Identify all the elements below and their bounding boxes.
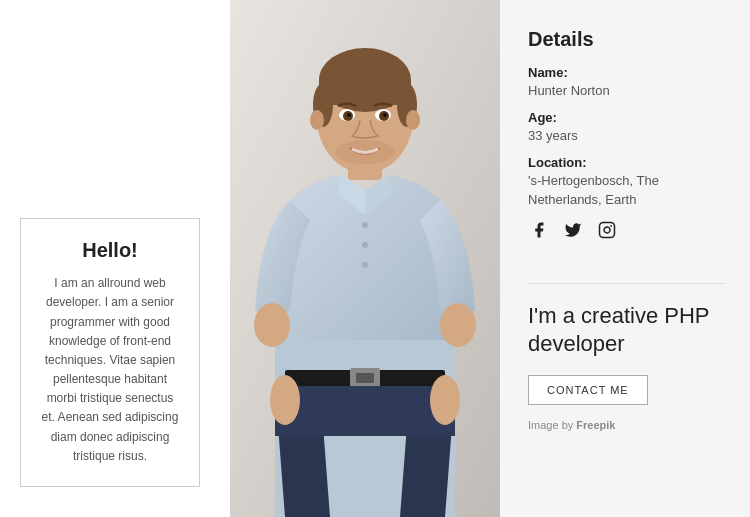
section-divider [528, 283, 725, 284]
svg-point-8 [310, 110, 324, 130]
svg-point-18 [362, 222, 368, 228]
right-panel: Details Name: Hunter Norton Age: 33 year… [500, 0, 750, 517]
svg-rect-24 [275, 386, 455, 436]
person-photo [230, 0, 500, 517]
instagram-icon[interactable] [596, 219, 618, 241]
page-layout: Hello! I am an allround web developer. I… [0, 0, 750, 517]
svg-point-28 [430, 375, 460, 425]
svg-point-16 [335, 140, 395, 164]
tagline: I'm a creative PHP developer [528, 302, 725, 359]
facebook-icon[interactable] [528, 219, 550, 241]
svg-point-20 [362, 262, 368, 268]
social-icons-group [528, 219, 725, 241]
location-label: Location: [528, 155, 725, 170]
age-label: Age: [528, 110, 725, 125]
svg-point-9 [406, 110, 420, 130]
svg-rect-29 [600, 222, 615, 237]
details-section: Details Name: Hunter Norton Age: 33 year… [528, 28, 725, 263]
svg-point-14 [347, 113, 351, 117]
details-title: Details [528, 28, 725, 51]
name-value: Hunter Norton [528, 82, 725, 100]
hello-title: Hello! [39, 239, 181, 262]
svg-point-15 [383, 113, 387, 117]
svg-point-26 [270, 375, 300, 425]
freepik-link[interactable]: Freepik [576, 419, 615, 431]
svg-point-25 [254, 303, 290, 347]
svg-rect-23 [356, 373, 374, 383]
left-panel: Hello! I am an allround web developer. I… [0, 0, 230, 517]
svg-point-19 [362, 242, 368, 248]
svg-point-27 [440, 303, 476, 347]
contact-button[interactable]: CONTACT ME [528, 375, 648, 405]
twitter-icon[interactable] [562, 219, 584, 241]
hello-box: Hello! I am an allround web developer. I… [20, 218, 200, 487]
freepik-credit: Image by Freepik [528, 419, 725, 431]
photo-panel [230, 0, 500, 517]
freepik-text-prefix: Image by [528, 419, 576, 431]
age-value: 33 years [528, 127, 725, 145]
hello-text: I am an allround web developer. I am a s… [39, 274, 181, 466]
name-label: Name: [528, 65, 725, 80]
location-value: 's-Hertogenbosch, The Netherlands, Earth [528, 172, 725, 208]
